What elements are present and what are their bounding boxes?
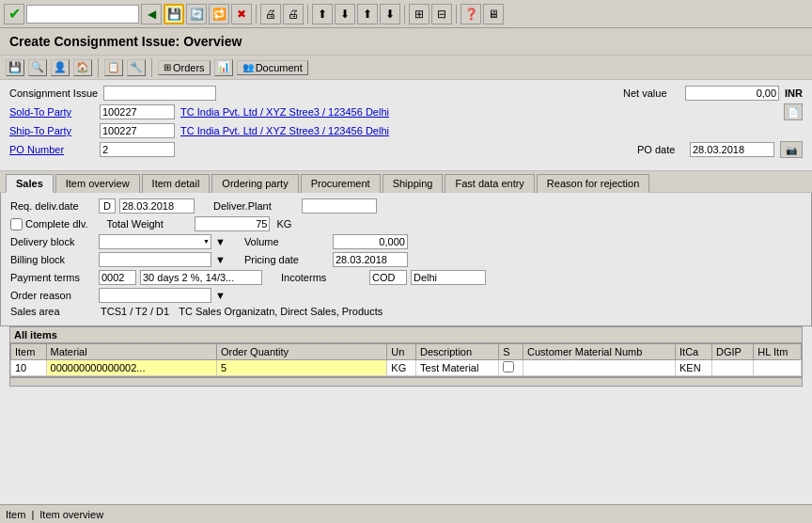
nav-green1-icon: 🔄: [190, 8, 204, 21]
net-value-input[interactable]: [685, 86, 779, 101]
billing-block-dropdown-icon[interactable]: ▼: [215, 254, 226, 265]
po-date-input[interactable]: [690, 142, 774, 157]
sales-row2: Complete dlv. Total Weight KG: [10, 216, 802, 231]
deliver-plant-input[interactable]: [302, 198, 377, 214]
ship-to-party-desc[interactable]: TC India Pvt. Ltd / XYZ Stree3 / 123456 …: [180, 125, 389, 136]
settings-btn[interactable]: 🖥: [483, 4, 504, 24]
req-deliv-date-input[interactable]: [119, 198, 195, 214]
tab-sales[interactable]: Sales: [6, 174, 54, 193]
tab-procurement[interactable]: Procurement: [301, 174, 381, 193]
pricing-date-col: Pricing date: [244, 252, 408, 267]
nav-red-btn[interactable]: ✖: [231, 4, 252, 24]
upload1-btn[interactable]: ⬆: [312, 4, 333, 24]
sep5: [98, 58, 99, 77]
save-btn[interactable]: 💾: [164, 4, 184, 24]
col-s: S: [499, 344, 523, 360]
nav-back-btn[interactable]: ◀: [141, 4, 162, 24]
complete-dlv-col: Complete dlv.: [10, 216, 87, 231]
total-weight-input[interactable]: [195, 216, 270, 231]
s-checkbox[interactable]: [503, 361, 514, 372]
incoterms-id-input[interactable]: [369, 270, 407, 285]
order-reason-dropdown-icon[interactable]: ▼: [215, 290, 226, 301]
billing-block-label: Billing block: [10, 254, 95, 265]
payment-terms-desc-input[interactable]: [140, 270, 262, 285]
tab-reason-for-rejection[interactable]: Reason for rejection: [537, 174, 649, 193]
orders-button[interactable]: ⊞ Orders: [158, 60, 211, 75]
sold-to-party-label[interactable]: Sold-To Party: [9, 106, 94, 118]
form-area: Consignment Issue Net value INR Sold-To …: [0, 80, 812, 166]
tb2-btn5[interactable]: 📋: [104, 59, 123, 76]
row-material[interactable]: [46, 360, 216, 376]
incoterms-label: Incoterms: [281, 272, 366, 283]
sales-area-label: Sales area: [10, 306, 95, 317]
tb2-icon3: 👤: [54, 61, 67, 73]
material-input[interactable]: [51, 362, 212, 373]
delivery-block-input[interactable]: [99, 234, 211, 249]
deliver-plant-col: Deliver.Plant: [213, 198, 377, 214]
delivery-block-dropdown-icon[interactable]: ▼: [215, 236, 226, 247]
document-button[interactable]: 👥 Document: [237, 60, 308, 75]
status-item-overview: Item overview: [39, 509, 103, 520]
command-field[interactable]: [26, 5, 139, 24]
upload4-btn[interactable]: ⬇: [380, 4, 400, 24]
incoterms-desc-input[interactable]: [411, 270, 486, 285]
complete-dlv-checkbox-label[interactable]: Complete dlv.: [10, 218, 87, 230]
ship-to-party-label[interactable]: Ship-To Party: [9, 125, 94, 136]
ship-to-party-input[interactable]: [100, 123, 175, 138]
tab-fast-data-entry[interactable]: Fast data entry: [445, 174, 534, 193]
req-deliv-d-input[interactable]: [99, 198, 116, 214]
tab-item-detail[interactable]: Item detail: [142, 174, 211, 193]
sep4: [456, 5, 457, 24]
print2-btn[interactable]: 🖨: [283, 4, 304, 24]
tb2-btn3[interactable]: 👤: [51, 59, 70, 76]
row-customer-material: [523, 360, 676, 376]
upload2-btn[interactable]: ⬇: [335, 4, 355, 24]
po-number-input[interactable]: [100, 142, 175, 157]
status-check-btn[interactable]: ✔: [4, 4, 24, 24]
tb2-btn2[interactable]: 🔍: [28, 59, 47, 76]
tab-shipping[interactable]: Shipping: [383, 174, 444, 193]
col-item: Item: [11, 344, 47, 360]
col-description: Description: [416, 344, 499, 360]
nav-orange-btn[interactable]: 🔁: [209, 4, 229, 24]
row-order-qty[interactable]: [216, 360, 386, 376]
tab-ordering-party[interactable]: Ordering party: [211, 174, 298, 193]
sold-to-party-input[interactable]: [100, 104, 175, 119]
complete-dlv-checkbox[interactable]: [10, 218, 23, 230]
second-toolbar: 💾 🔍 👤 🏠 📋 🔧 ⊞ Orders 📊 👥 Document: [0, 55, 812, 80]
help-btn[interactable]: ❓: [461, 4, 481, 24]
ship-to-party-row: Ship-To Party TC India Pvt. Ltd / XYZ St…: [9, 123, 803, 138]
sep2: [307, 5, 308, 24]
upload3-btn[interactable]: ⬆: [357, 4, 378, 24]
col-dgip: DGIP: [712, 344, 754, 360]
order-reason-input[interactable]: [99, 288, 211, 303]
sold-to-doc-icon[interactable]: 📄: [784, 103, 803, 120]
tb2-btn6[interactable]: 🔧: [127, 59, 146, 76]
billing-block-input[interactable]: [99, 252, 211, 267]
page-title: Create Consignment Issue: Overview: [9, 34, 803, 49]
po-row: PO Number PO date 📷: [9, 141, 803, 158]
col-itca: ItCa: [676, 344, 712, 360]
weight-unit: KG: [276, 218, 291, 230]
po-camera-icon[interactable]: 📷: [780, 141, 803, 158]
table-header-row: Item Material Order Quantity Un Descript…: [11, 344, 802, 360]
pricing-date-input[interactable]: [333, 252, 408, 267]
print1-btn[interactable]: 🖨: [260, 4, 281, 24]
tb2-btn1[interactable]: 💾: [6, 59, 24, 76]
nav-green1-btn[interactable]: 🔄: [186, 4, 207, 24]
layout2-btn[interactable]: ⊟: [431, 4, 452, 24]
tab-item-overview[interactable]: Item overview: [55, 174, 140, 193]
horizontal-scrollbar[interactable]: [9, 377, 803, 387]
col-un: Un: [387, 344, 416, 360]
save-icon: 💾: [167, 8, 181, 21]
tb2-btn7[interactable]: 📊: [214, 59, 233, 76]
order-qty-input[interactable]: [221, 362, 383, 373]
sold-to-party-desc[interactable]: TC India Pvt. Ltd / XYZ Stree3 / 123456 …: [180, 106, 389, 118]
layout1-btn[interactable]: ⊞: [409, 4, 429, 24]
volume-input[interactable]: [333, 234, 408, 249]
po-number-label[interactable]: PO Number: [9, 144, 94, 155]
tb2-icon7: 📊: [217, 61, 230, 73]
tb2-btn4[interactable]: 🏠: [73, 59, 92, 76]
consignment-issue-input[interactable]: [103, 86, 216, 101]
payment-terms-id-input[interactable]: [99, 270, 136, 285]
